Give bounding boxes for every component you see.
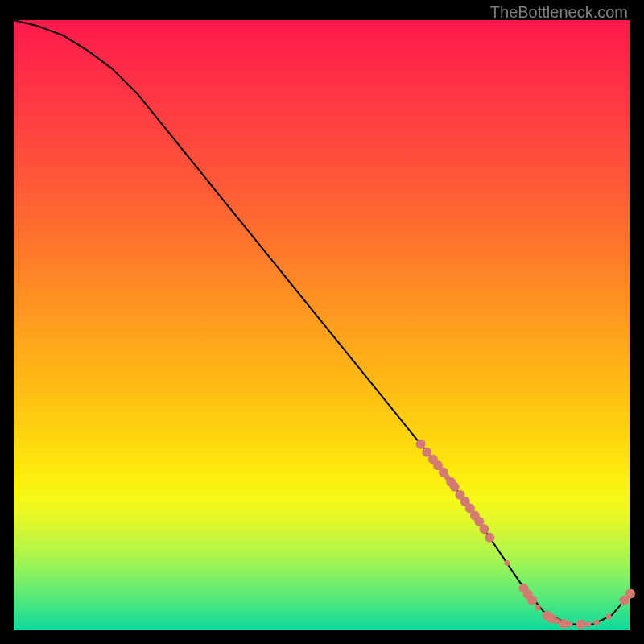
chart-svg <box>14 20 630 630</box>
watermark-text: TheBottleneck.com <box>490 3 628 22</box>
chart-marker <box>625 589 635 599</box>
chart-marker <box>479 524 489 534</box>
chart-curve <box>14 20 630 624</box>
chart-marker <box>606 614 612 620</box>
chart-marker <box>559 619 568 629</box>
chart-marker <box>485 533 494 543</box>
chart-marker <box>450 482 460 492</box>
chart-marker <box>535 605 541 610</box>
chart-marker <box>416 440 426 449</box>
chart-markers <box>416 440 635 630</box>
chart-marker <box>567 621 572 627</box>
chart-marker <box>593 620 599 625</box>
chart-marker <box>585 621 591 627</box>
chart-marker <box>527 596 537 605</box>
chart-marker <box>504 560 510 566</box>
chart-marker <box>576 619 586 629</box>
